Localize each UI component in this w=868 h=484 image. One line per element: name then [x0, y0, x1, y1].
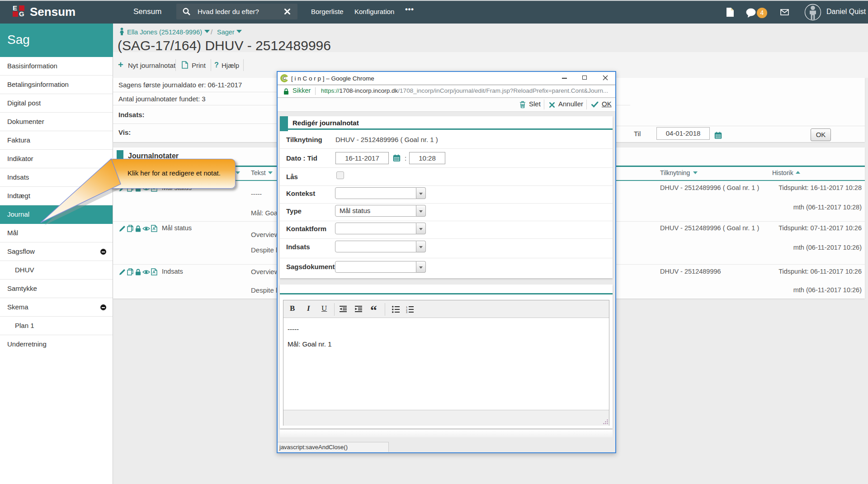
svg-text:3: 3	[406, 311, 407, 313]
